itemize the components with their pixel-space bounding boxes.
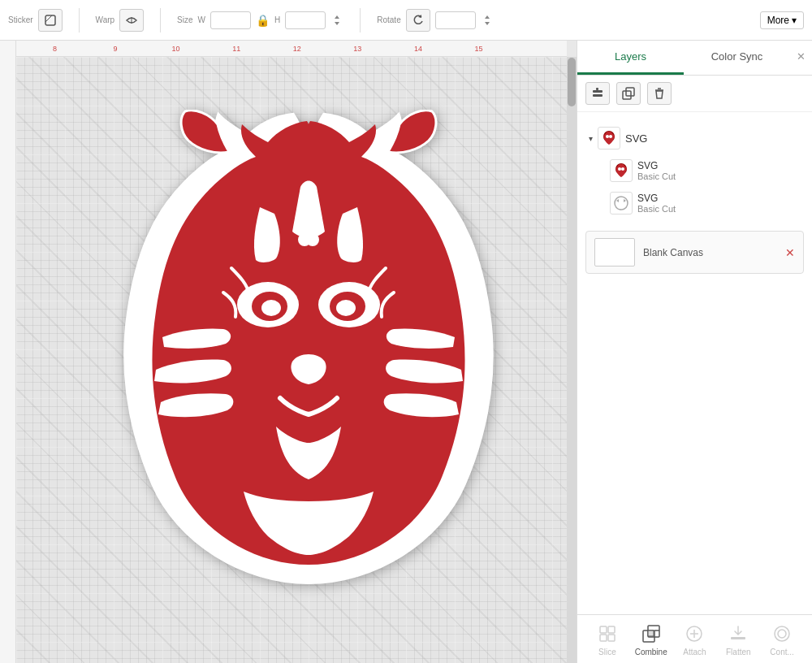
more-arrow: ▾ — [792, 15, 797, 26]
warp-section: Warp — [96, 9, 145, 32]
ruler-14: 14 — [414, 45, 422, 53]
sticker-icon-btn[interactable] — [38, 9, 63, 32]
layer-group-header[interactable]: ▾ SVG — [585, 122, 804, 154]
layer-child-2[interactable]: SVG Basic Cut — [585, 187, 804, 219]
svg-point-18 — [606, 135, 609, 138]
divider1 — [79, 8, 80, 32]
slice-label: Slice — [598, 648, 616, 656]
layer-chevron: ▾ — [589, 134, 593, 143]
contour-icon — [771, 622, 793, 645]
more-label: More — [767, 15, 789, 26]
tab-color-sync[interactable]: Color Sync — [684, 41, 790, 75]
sticker-icon — [44, 14, 57, 27]
top-toolbar: Sticker Warp Size W 🔒 H Rotate — [0, 0, 812, 41]
lock-icon: 🔒 — [256, 14, 270, 27]
svg-rect-12 — [596, 88, 598, 90]
divider3 — [360, 8, 361, 32]
flatten-label: Flatten — [726, 648, 751, 656]
svg-rect-11 — [593, 94, 603, 97]
layer-thumb-svg-child2 — [612, 194, 630, 212]
ruler-15: 15 — [475, 45, 483, 53]
size-label: Size — [177, 15, 192, 24]
combine-label: Combine — [635, 648, 667, 656]
grid-canvas[interactable] — [16, 57, 567, 663]
combine-icon — [640, 622, 663, 645]
rotate-icon — [412, 14, 425, 27]
divider2 — [160, 8, 161, 32]
svg-rect-32 — [731, 637, 745, 639]
rotate-icon-btn[interactable] — [406, 9, 430, 32]
ruler-12: 12 — [293, 45, 301, 53]
rotate-input[interactable] — [435, 11, 476, 29]
slice-icon — [596, 622, 619, 645]
layer-child-1-info: SVG Basic Cut — [637, 160, 676, 181]
flatten-tool[interactable]: Flatten — [716, 622, 760, 656]
width-input[interactable] — [210, 11, 251, 29]
svg-rect-14 — [626, 88, 634, 96]
svg-point-7 — [336, 300, 356, 316]
combine-tool[interactable]: Combine — [629, 622, 673, 656]
add-layer-icon — [591, 87, 604, 100]
wildcat-svg — [97, 110, 520, 613]
svg-point-6 — [261, 300, 281, 316]
tab-close-btn[interactable]: ✕ — [790, 41, 812, 75]
layer-group-name: SVG — [625, 132, 647, 145]
attach-label: Attach — [683, 648, 706, 656]
more-button[interactable]: More ▾ — [760, 11, 804, 29]
svg-point-22 — [621, 167, 624, 171]
layer-list: ▾ SVG — [577, 112, 812, 614]
attach-icon — [683, 622, 706, 645]
blank-canvas-close[interactable]: ✕ — [785, 246, 795, 259]
layer-child-2-sub: Basic Cut — [637, 204, 676, 214]
layer-child-2-info: SVG Basic Cut — [637, 193, 676, 214]
layer-child-1-name: SVG — [637, 160, 676, 171]
layer-child-1-sub: Basic Cut — [637, 171, 676, 181]
layer-thumb-child1 — [610, 159, 633, 182]
layer-group-svg: ▾ SVG — [577, 119, 812, 223]
ruler-9: 9 — [114, 45, 118, 53]
rotate-arrows-icon — [481, 14, 494, 27]
canvas-area: 8 9 10 11 12 13 14 15 — [0, 41, 577, 663]
blank-canvas-thumb — [594, 238, 635, 266]
layer-thumb-main — [598, 127, 620, 150]
ruler-top: 8 9 10 11 12 13 14 15 — [16, 41, 567, 57]
tab-layers[interactable]: Layers — [577, 41, 684, 75]
up-down-arrows-icon — [330, 14, 343, 27]
contour-tool[interactable]: Cont... — [760, 622, 804, 656]
add-layer-btn[interactable] — [585, 82, 610, 105]
svg-rect-26 — [600, 635, 607, 641]
slice-tool[interactable]: Slice — [585, 622, 629, 656]
delete-layer-btn[interactable] — [647, 82, 672, 105]
layer-thumb-svg-child1 — [612, 162, 630, 180]
blank-canvas-item[interactable]: Blank Canvas ✕ — [585, 231, 804, 274]
height-input[interactable] — [285, 11, 326, 29]
attach-tool[interactable]: Attach — [673, 622, 717, 656]
svg-rect-24 — [600, 626, 607, 633]
svg-rect-25 — [608, 626, 615, 633]
scrollbar-right[interactable] — [567, 57, 577, 663]
layer-child-1[interactable]: SVG Basic Cut — [585, 154, 804, 187]
scrollbar-thumb — [568, 58, 576, 106]
layer-thumb-child2 — [610, 192, 633, 214]
svg-rect-13 — [623, 91, 631, 99]
ruler-10: 10 — [172, 45, 180, 53]
sticker-section: Sticker — [8, 9, 63, 32]
h-label: H — [274, 15, 280, 24]
size-section: Size W 🔒 H — [177, 11, 343, 29]
rotate-section: Rotate — [377, 9, 493, 32]
delete-layer-icon — [653, 87, 666, 100]
ruler-13: 13 — [353, 45, 361, 53]
svg-point-19 — [609, 135, 612, 138]
warp-icon-btn[interactable] — [119, 9, 144, 32]
right-panel: Layers Color Sync ✕ — [577, 41, 812, 663]
wildcat-container[interactable] — [89, 98, 528, 626]
svg-point-23 — [615, 197, 628, 210]
svg-rect-27 — [608, 635, 615, 641]
svg-point-33 — [775, 626, 789, 641]
duplicate-layer-btn[interactable] — [616, 82, 641, 105]
contour-label: Cont... — [770, 648, 793, 656]
bottom-toolbar: Slice Combine — [577, 614, 812, 663]
warp-icon — [125, 14, 138, 27]
layer-thumb-svg-main — [600, 129, 618, 147]
svg-point-21 — [618, 167, 621, 171]
